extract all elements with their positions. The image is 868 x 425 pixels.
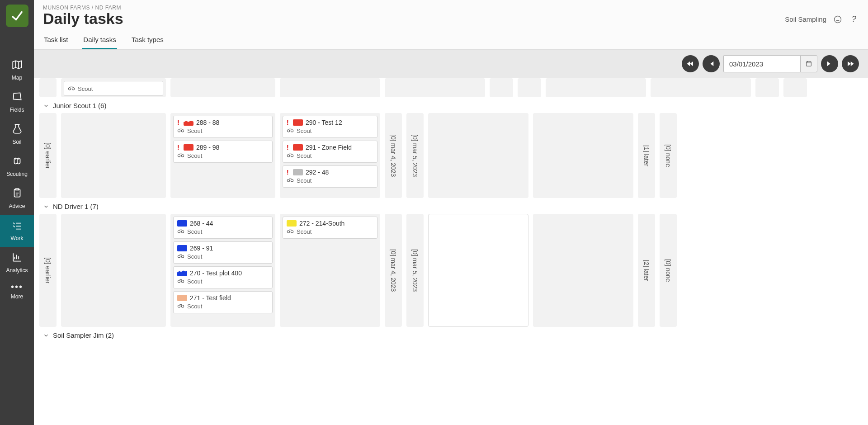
nav-advice[interactable]: Advice: [0, 183, 34, 215]
group-header-junior[interactable]: Junior Scout 1 (6): [39, 97, 868, 113]
col-mar5[interactable]: [0] mar 5, 2023: [406, 113, 424, 198]
task-card[interactable]: 269 - 91 Scout: [173, 241, 273, 264]
col-later[interactable]: [1] later: [638, 113, 655, 198]
alert-icon: !: [287, 144, 290, 151]
tab-task-list[interactable]: Task list: [43, 32, 69, 49]
alert-icon: !: [177, 144, 181, 151]
col-mar4[interactable]: [0] mar 4, 2023: [385, 214, 402, 327]
svg-rect-2: [807, 61, 811, 66]
task-card[interactable]: !289 - 98 Scout: [173, 141, 273, 163]
binoculars-icon: [287, 228, 294, 236]
group-header-sampler[interactable]: Soil Sampler Jim (2): [39, 327, 868, 343]
nav-label: Map: [12, 75, 22, 81]
nav-more[interactable]: ••• More: [0, 279, 34, 305]
task-card[interactable]: 271 - Test field Scout: [173, 291, 273, 313]
prev-button[interactable]: [703, 55, 720, 72]
jump-last-button[interactable]: [842, 55, 859, 72]
alert-icon: !: [287, 119, 290, 126]
field-flag-icon: [184, 144, 193, 151]
nav-label: Scouting: [6, 171, 28, 177]
svg-point-12: [291, 155, 293, 157]
nav-scouting[interactable]: Scouting: [0, 151, 34, 183]
day-column: [651, 78, 751, 97]
work-icon: [0, 219, 34, 232]
svg-point-5: [178, 130, 180, 132]
task-card[interactable]: !290 - Test 12 Scout: [283, 116, 377, 138]
day-column: [518, 78, 541, 97]
task-title: 268 - 44: [190, 220, 213, 227]
task-card[interactable]: 272 - 214-South Scout: [283, 217, 377, 239]
svg-point-13: [287, 179, 289, 182]
feedback-icon[interactable]: [833, 14, 843, 24]
svg-point-9: [287, 130, 289, 132]
jump-first-button[interactable]: [682, 55, 699, 72]
app-logo: [6, 5, 28, 27]
tab-task-types[interactable]: Task types: [131, 32, 165, 49]
nav-label: More: [11, 293, 23, 300]
field-flag-icon: [287, 220, 297, 227]
day-column: [533, 113, 633, 198]
task-title: 289 - 98: [196, 144, 219, 151]
col-later[interactable]: [2] later: [638, 214, 655, 327]
nav-label: Fields: [9, 107, 24, 113]
task-type-label: Scout: [78, 85, 93, 92]
nav-soil[interactable]: Soil: [0, 118, 34, 151]
binoculars-icon: [177, 228, 184, 236]
task-card[interactable]: 270 - Test plot 400 Scout: [173, 266, 273, 288]
tab-daily-tasks[interactable]: Daily tasks: [82, 32, 117, 49]
task-card[interactable]: !291 - Zone Field Scout: [283, 141, 377, 163]
day-column: [755, 78, 779, 97]
svg-point-20: [181, 280, 184, 283]
svg-point-17: [178, 255, 180, 258]
task-type-label: Scout: [187, 228, 202, 235]
svg-point-3: [68, 88, 71, 90]
task-title: 272 - 214-South: [299, 220, 344, 227]
field-flag-icon: [177, 245, 187, 251]
calendar-button[interactable]: [800, 55, 817, 72]
col-none[interactable]: [0] none: [660, 214, 677, 327]
svg-point-24: [291, 231, 293, 233]
task-type-label: Scout: [187, 303, 202, 310]
tabs: Task list Daily tasks Task types: [43, 32, 859, 49]
col-earlier[interactable]: [0] earlier: [39, 214, 57, 327]
day-column: 268 - 44 Scout 269 - 91 Scout 270 - Test…: [170, 214, 275, 327]
date-input[interactable]: [723, 55, 800, 72]
task-card[interactable]: !292 - 48 Scout: [283, 165, 377, 188]
topbar: MUNSON FARMS / ND FARM Daily tasks Soil …: [34, 0, 868, 50]
field-flag-icon: [177, 270, 187, 276]
next-button[interactable]: [821, 55, 838, 72]
field-flag-icon: [177, 295, 187, 301]
field-flag-icon: [293, 169, 303, 175]
task-title: 269 - 91: [190, 245, 213, 252]
col-earlier[interactable]: [0] earlier: [39, 113, 57, 198]
alert-icon: !: [177, 119, 181, 126]
nav-work[interactable]: Work: [0, 215, 34, 247]
svg-point-11: [287, 155, 289, 157]
nav-map[interactable]: Map: [0, 54, 34, 86]
task-type-label: Scout: [297, 128, 311, 134]
fields-icon: [0, 91, 34, 104]
col-earlier[interactable]: [39, 78, 57, 97]
group-header-driver[interactable]: ND Driver 1 (7): [39, 198, 868, 214]
day-column: [61, 113, 166, 198]
chevron-down-icon: [43, 103, 49, 109]
task-type-label: Scout: [297, 228, 311, 235]
task-card[interactable]: !288 - 88 Scout: [173, 116, 273, 138]
help-icon[interactable]: ?: [849, 14, 859, 24]
day-column-open[interactable]: [428, 214, 528, 327]
soil-icon: [0, 123, 34, 136]
binoculars-icon: [177, 302, 184, 310]
breadcrumb[interactable]: MUNSON FARMS / ND FARM: [43, 5, 859, 11]
col-none[interactable]: [0] none: [660, 113, 677, 198]
field-flag-icon: [184, 119, 193, 126]
nav-analytics[interactable]: Analytics: [0, 247, 34, 279]
chevron-down-icon: [43, 203, 49, 210]
nav-fields[interactable]: Fields: [0, 86, 34, 118]
task-card[interactable]: Scout: [64, 81, 163, 96]
binoculars-icon: [177, 127, 184, 135]
task-board[interactable]: Scout Junior Scout 1 (6): [34, 78, 868, 425]
task-card[interactable]: 268 - 44 Scout: [173, 217, 273, 239]
col-mar5[interactable]: [0] mar 5, 2023: [406, 214, 424, 327]
col-mar4[interactable]: [0] mar 4, 2023: [385, 113, 402, 198]
group-title: Soil Sampler Jim (2): [53, 331, 114, 339]
